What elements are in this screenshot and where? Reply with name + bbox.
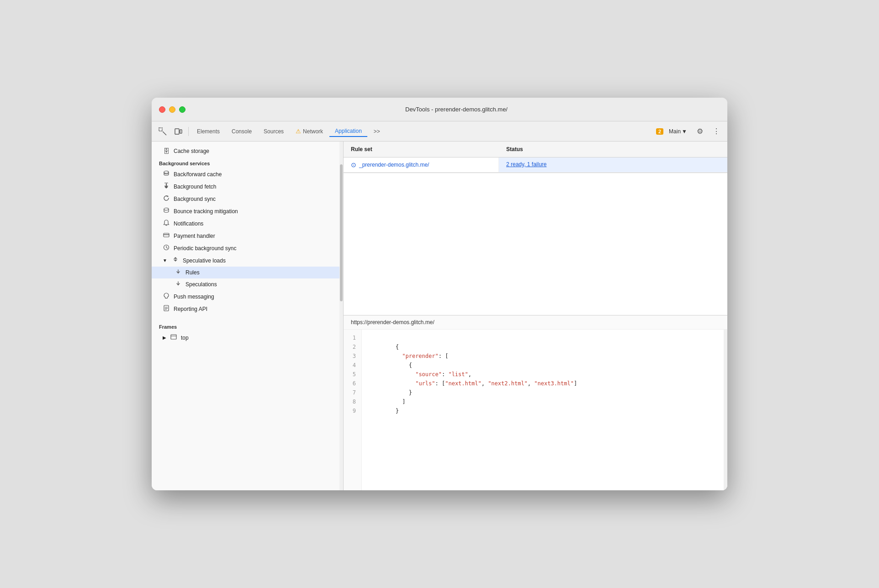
code-line-3: "prerender": [ bbox=[369, 352, 716, 361]
background-sync-icon bbox=[163, 195, 170, 203]
tab-console[interactable]: Console bbox=[226, 126, 257, 136]
sidebar-item-bounce-tracking[interactable]: Bounce tracking mitigation bbox=[152, 205, 343, 217]
ruleset-icon: ⊙ bbox=[351, 161, 356, 168]
sidebar-item-periodic-bg-sync[interactable]: Periodic background sync bbox=[152, 242, 343, 254]
code-line-9: } bbox=[369, 406, 716, 415]
rules-table: Rule set Status ⊙ _prerender-demos.glitc… bbox=[344, 142, 727, 173]
maximize-button[interactable] bbox=[179, 106, 185, 113]
rules-section: Rule set Status ⊙ _prerender-demos.glitc… bbox=[344, 142, 727, 315]
sidebar-scrollbar-thumb[interactable] bbox=[340, 164, 343, 301]
line-num-3: 3 bbox=[344, 352, 361, 361]
table-header: Rule set Status bbox=[344, 142, 727, 158]
code-line-7: } bbox=[369, 388, 716, 397]
sidebar-item-back-forward-cache[interactable]: Back/forward cache bbox=[152, 168, 343, 180]
push-messaging-icon bbox=[163, 293, 170, 300]
code-line-8: ] bbox=[369, 397, 716, 406]
code-line-1 bbox=[369, 333, 716, 342]
toolbar-divider-1 bbox=[188, 127, 189, 136]
device-toggle-icon[interactable] bbox=[171, 124, 185, 139]
reporting-api-icon bbox=[163, 305, 170, 313]
close-button[interactable] bbox=[159, 106, 165, 113]
more-options-icon[interactable]: ⋮ bbox=[709, 124, 724, 139]
col-header-ruleset: Rule set bbox=[344, 144, 499, 154]
tab-network[interactable]: ⚠ Network bbox=[290, 126, 328, 136]
table-cell-status: 2 ready, 1 failure bbox=[499, 158, 727, 172]
inspect-icon[interactable] bbox=[155, 124, 170, 139]
sidebar-item-reporting-api[interactable]: Reporting API bbox=[152, 303, 343, 315]
payment-handler-icon bbox=[163, 232, 170, 240]
sidebar-item-cache-storage[interactable]: 🗄 Cache storage bbox=[152, 145, 343, 157]
sidebar: 🗄 Cache storage Background services Back… bbox=[152, 142, 344, 490]
sidebar-item-payment-handler[interactable]: Payment handler bbox=[152, 230, 343, 242]
cache-storage-icon: 🗄 bbox=[163, 147, 170, 155]
toolbar: Elements Console Sources ⚠ Network Appli… bbox=[152, 121, 727, 142]
status-link[interactable]: 2 ready, 1 failure bbox=[506, 161, 547, 168]
rules-icon bbox=[175, 269, 182, 276]
svg-point-4 bbox=[164, 208, 169, 210]
content-area: 🗄 Cache storage Background services Back… bbox=[152, 142, 727, 490]
code-content: { "prerender": [ { "source": "list", "ur… bbox=[362, 330, 724, 490]
main-panel: Rule set Status ⊙ _prerender-demos.glitc… bbox=[344, 142, 727, 490]
sidebar-item-speculative-loads[interactable]: ▼ Speculative loads bbox=[152, 254, 343, 267]
sidebar-item-speculations[interactable]: Speculations bbox=[152, 278, 343, 290]
code-panel: https://prerender-demos.glitch.me/ 1 2 3… bbox=[344, 315, 727, 490]
frames-header: Frames bbox=[152, 320, 343, 331]
sidebar-item-rules[interactable]: Rules bbox=[152, 267, 343, 278]
line-num-8: 8 bbox=[344, 397, 361, 406]
expand-arrow-icon: ▼ bbox=[163, 258, 167, 263]
window-title: DevTools - prerender-demos.glitch.me/ bbox=[193, 106, 720, 113]
svg-point-3 bbox=[164, 171, 169, 173]
svg-rect-1 bbox=[175, 129, 179, 134]
sidebar-item-background-fetch[interactable]: Background fetch bbox=[152, 180, 343, 193]
minimize-button[interactable] bbox=[169, 106, 175, 113]
frame-expand-icon: ▶ bbox=[163, 335, 166, 340]
traffic-lights bbox=[159, 106, 185, 113]
line-num-2: 2 bbox=[344, 342, 361, 352]
svg-rect-8 bbox=[171, 335, 176, 339]
svg-rect-0 bbox=[159, 128, 162, 131]
code-vertical-scrollbar[interactable] bbox=[724, 330, 727, 490]
notifications-icon bbox=[163, 220, 170, 227]
line-num-1: 1 bbox=[344, 333, 361, 342]
issue-badge[interactable]: 2 bbox=[656, 128, 663, 135]
code-url-bar: https://prerender-demos.glitch.me/ bbox=[344, 315, 727, 330]
line-num-5: 5 bbox=[344, 370, 361, 379]
tab-application[interactable]: Application bbox=[329, 126, 367, 137]
background-fetch-icon bbox=[163, 183, 170, 190]
main-dropdown[interactable]: Main ▼ bbox=[665, 127, 691, 136]
code-body: 1 2 3 4 5 6 7 8 9 { "preren bbox=[344, 330, 727, 490]
speculations-icon bbox=[175, 281, 182, 288]
code-line-4: { bbox=[369, 361, 716, 370]
ruleset-link[interactable]: _prerender-demos.glitch.me/ bbox=[359, 162, 429, 168]
tab-more[interactable]: >> bbox=[368, 126, 386, 136]
line-num-4: 4 bbox=[344, 361, 361, 370]
bounce-tracking-icon bbox=[163, 207, 170, 215]
tab-elements[interactable]: Elements bbox=[191, 126, 225, 136]
code-line-6: "urls": ["next.html", "next2.html", "nex… bbox=[369, 379, 716, 388]
titlebar: DevTools - prerender-demos.glitch.me/ bbox=[152, 98, 727, 121]
code-line-5: "source": "list", bbox=[369, 370, 716, 379]
line-numbers: 1 2 3 4 5 6 7 8 9 bbox=[344, 330, 362, 490]
frame-icon bbox=[170, 334, 177, 341]
table-row[interactable]: ⊙ _prerender-demos.glitch.me/ 2 ready, 1… bbox=[344, 158, 727, 173]
col-header-status: Status bbox=[499, 144, 727, 154]
svg-rect-5 bbox=[164, 233, 169, 237]
sidebar-item-push-messaging[interactable]: Push messaging bbox=[152, 290, 343, 303]
line-num-9: 9 bbox=[344, 406, 361, 415]
tab-sources[interactable]: Sources bbox=[258, 126, 289, 136]
settings-icon[interactable]: ⚙ bbox=[693, 124, 707, 139]
line-num-6: 6 bbox=[344, 379, 361, 388]
sidebar-scrollbar[interactable] bbox=[339, 142, 343, 490]
code-line-2: { bbox=[369, 342, 716, 352]
line-num-7: 7 bbox=[344, 388, 361, 397]
empty-area bbox=[344, 173, 727, 315]
periodic-bg-sync-icon bbox=[163, 244, 170, 252]
table-cell-ruleset: ⊙ _prerender-demos.glitch.me/ bbox=[344, 158, 499, 172]
toolbar-right: 2 Main ▼ ⚙ ⋮ bbox=[656, 124, 724, 139]
sidebar-item-top-frame[interactable]: ▶ top bbox=[152, 331, 343, 344]
devtools-window: DevTools - prerender-demos.glitch.me/ El… bbox=[152, 98, 727, 490]
sidebar-item-background-sync[interactable]: Background sync bbox=[152, 193, 343, 205]
sidebar-item-notifications[interactable]: Notifications bbox=[152, 217, 343, 230]
warning-icon: ⚠ bbox=[296, 128, 301, 135]
back-forward-cache-icon bbox=[163, 170, 170, 178]
